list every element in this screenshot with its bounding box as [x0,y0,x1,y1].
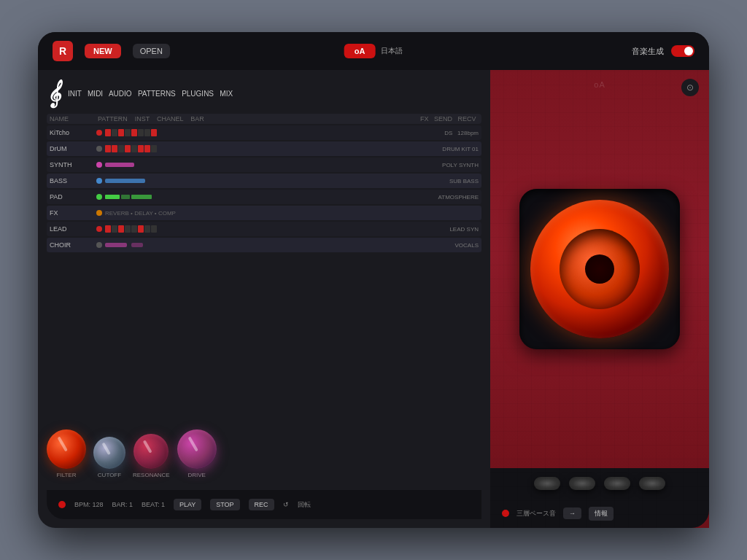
cell[interactable] [105,225,111,233]
cell[interactable] [151,145,157,152]
cutoff-knob[interactable] [93,437,125,469]
cell[interactable] [125,145,131,152]
center-sub-label: 日本語 [381,46,403,56]
cell[interactable] [144,225,150,233]
mini-bar [105,195,120,199]
table-row[interactable]: KiTcho DS 128bpm [47,125,481,140]
track-bar [105,243,127,247]
speaker-knob-4[interactable] [639,477,665,490]
table-row[interactable]: SYNTH POLY SYNTH [47,158,481,172]
knobs-section: FILTER CUTOFF RESONANCE DRIVE [47,397,481,484]
open-button[interactable]: OPEN [133,44,170,58]
track-status-dot [96,146,102,152]
cell[interactable] [118,225,124,233]
play-button[interactable]: PLAY [174,499,201,510]
track-name: DrUM [50,145,93,152]
app-logo[interactable]: R [53,41,73,61]
right-status-dot [502,510,509,517]
table-row[interactable]: FX REVERB • DELAY • COMP [47,206,481,220]
cell[interactable] [112,225,117,233]
track-status-dot [96,162,102,168]
track-name: BASS [50,177,93,184]
track-detail: ATMOSPHERE [438,194,479,201]
table-row[interactable]: CHOIR VOCALS [47,238,481,252]
track-controls [105,179,446,183]
speaker-center-dust-cap [585,254,614,284]
cell[interactable] [144,129,150,136]
cell[interactable] [125,129,131,136]
track-name: PAD [50,193,93,201]
cell[interactable] [138,225,144,233]
track-name: KiTcho [50,129,93,136]
controls-label: INIT MIDI AUDIO PATTERNS PLUGINS MIX [68,90,233,98]
status-bar-left: BPM: 128 BAR: 1 BEAT: 1 PLAY STOP REC ↺ … [47,490,481,519]
track-mini-bars [105,195,152,199]
cell[interactable] [105,145,111,152]
track-status-dot [96,194,102,200]
cell[interactable] [118,129,124,136]
cell[interactable] [112,129,117,136]
track-controls [105,163,439,167]
music-logo: 𝄞 [47,82,61,105]
track-detail: POLY SYNTH [442,162,479,168]
oa-overlay-text: oA [594,80,605,89]
logo-letter: R [59,45,66,57]
knob-container-4: DRIVE [177,429,217,478]
drive-knob[interactable] [177,429,217,469]
track-name: CHOIR [50,241,93,249]
status-text-beat: BEAT: 1 [142,501,165,508]
speaker-knob-2[interactable] [569,477,595,490]
stop-button[interactable]: STOP [210,499,239,510]
track-detail: VOCALS [455,242,479,249]
knob-label-2: CUTOFF [98,472,121,478]
app-container: R NEW OPEN oA 日本語 音楽生成 𝄞 INIT MIDI AUDIO… [38,32,709,528]
speaker-cone-inner [560,229,640,309]
track-bar [131,243,143,247]
mini-bar [131,195,152,199]
track-status-dot [96,178,102,184]
cell[interactable] [105,129,111,136]
cell[interactable] [138,129,144,136]
track-detail: SUB BASS [449,178,479,184]
track-detail: LEAD SYN [449,226,479,233]
status-bar-right: 三層ベース音 → 情報 [490,499,709,528]
rec-button[interactable]: REC [249,499,274,510]
track-controls [105,243,452,247]
speaker-knob-3[interactable] [604,477,630,490]
toggle-button[interactable] [671,45,694,57]
right-status-text: 三層ベース音 [516,509,556,518]
right-arrow-button[interactable]: → [563,508,581,519]
cell[interactable] [138,145,144,152]
table-row[interactable]: DrUM DRUM KIT 01 [47,141,481,156]
table-row[interactable]: PAD ATMOSPHERE [47,190,481,204]
center-button[interactable]: oA [344,44,376,58]
cell[interactable] [131,129,137,136]
status-text-bpm: BPM: 128 [74,501,104,508]
track-controls [105,145,439,152]
cell[interactable] [112,145,117,152]
table-row[interactable]: LEAD LEAD SYN [47,222,481,236]
logo-area: 𝄞 INIT MIDI AUDIO PATTERNS PLUGINS MIX [47,79,481,108]
right-info-button[interactable]: 情報 [589,507,614,521]
cell[interactable] [151,225,157,233]
track-list: NAME PATTERN INST CHANEL BAR FX SEND REC… [47,114,481,391]
filter-knob[interactable] [47,429,86,469]
speaker-controls [490,468,709,499]
resonance-knob[interactable] [133,434,169,469]
search-button[interactable]: ⊙ [681,79,699,96]
cell[interactable] [144,145,150,152]
toolbar-center: oA 日本語 [344,44,403,58]
cell[interactable] [151,129,157,136]
cell[interactable] [125,225,131,233]
table-row[interactable]: BASS SUB BASS [47,174,481,188]
cell[interactable] [131,225,137,233]
toolbar: R NEW OPEN oA 日本語 音楽生成 [38,32,709,70]
cell[interactable] [131,145,137,152]
speaker-knob-1[interactable] [534,477,560,490]
new-button[interactable]: NEW [85,44,121,58]
track-detail: DRUM KIT 01 [442,146,479,152]
cell[interactable] [118,145,124,152]
track-cells [105,145,439,152]
track-controls [105,129,441,136]
speaker-cone-outer [530,200,669,338]
